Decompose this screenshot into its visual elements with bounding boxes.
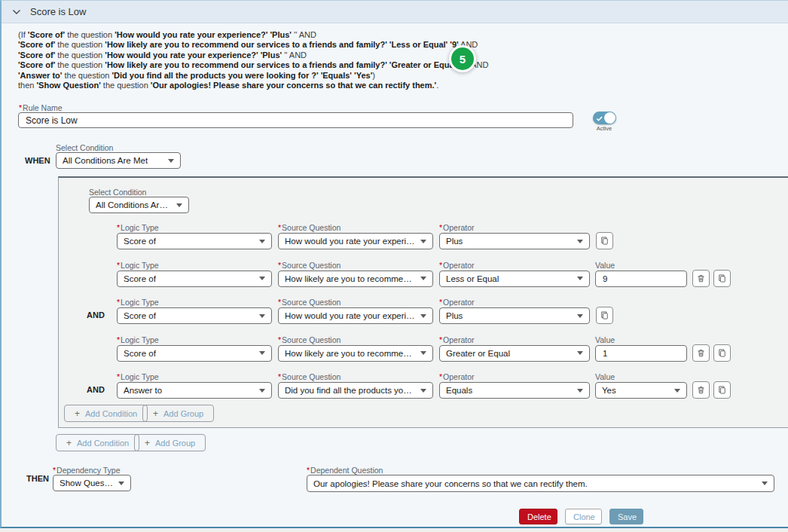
condition-row: *Logic Type Score of *Source Question Ho… (59, 261, 788, 288)
delete-condition-button[interactable] (692, 344, 710, 362)
chevron-down-icon (176, 203, 182, 207)
value-dropdown[interactable]: Yes (595, 382, 687, 399)
chevron-down-icon (762, 482, 768, 485)
operator-dropdown[interactable]: Plus (439, 233, 590, 249)
operator-dropdown[interactable]: Plus (439, 307, 590, 324)
operator-field: *Operator Plus (439, 223, 590, 249)
logic-type-label: *Logic Type (117, 223, 272, 232)
logic-type-dropdown[interactable]: Score of (117, 271, 272, 287)
logic-type-field: *Logic Type Answer to (117, 372, 272, 399)
source-question-dropdown[interactable]: How would you rate your experience? (278, 233, 433, 249)
chevron-down-icon (577, 240, 583, 243)
plus-icon: + (153, 408, 158, 419)
operator-dropdown[interactable]: Less or Equal (439, 271, 590, 287)
group-add-group-button[interactable]: +Add Group (142, 405, 214, 422)
chevron-down-icon (259, 314, 265, 318)
logic-type-dropdown[interactable]: Score of (117, 307, 272, 324)
value-input[interactable] (595, 345, 687, 362)
copy-icon (717, 385, 727, 395)
operator-label: *Operator (439, 335, 590, 344)
plus-icon: + (66, 438, 72, 448)
chevron-down-icon (259, 389, 265, 393)
collapse-chevron-icon[interactable] (11, 8, 23, 17)
source-question-label: *Source Question (278, 298, 433, 307)
add-condition-button[interactable]: +Add Condition (56, 434, 139, 451)
source-question-field: *Source Question Did you find all the pr… (278, 372, 433, 399)
source-question-dropdown[interactable]: Did you find all the products you were l… (278, 382, 433, 399)
logic-type-dropdown[interactable]: Answer to (117, 382, 272, 399)
operator-label: *Operator (439, 261, 590, 270)
select-condition-label: Select Condition (56, 143, 113, 152)
operator-label: *Operator (439, 372, 590, 381)
operator-field: *Operator Greater or Equal (439, 335, 590, 362)
chevron-down-icon (259, 277, 265, 280)
value-input[interactable] (595, 271, 687, 287)
copy-icon (600, 236, 609, 246)
dependent-question-dropdown[interactable]: Our apologies! Please share your concern… (307, 475, 774, 492)
value-label: Value (595, 372, 687, 381)
copy-condition-button[interactable] (713, 381, 731, 399)
chevron-down-icon (674, 389, 680, 393)
active-toggle[interactable]: Active (591, 112, 617, 132)
chevron-down-icon (259, 240, 265, 243)
logic-type-field: *Logic Type Score of (117, 223, 272, 249)
logic-type-dropdown[interactable]: Score of (117, 345, 272, 362)
source-question-label: *Source Question (278, 261, 433, 270)
operator-dropdown[interactable]: Equals (439, 382, 590, 399)
operator-field: *Operator Plus (439, 298, 590, 324)
value-field: Value (595, 335, 687, 362)
then-label: THEN (26, 474, 49, 483)
rule-name-label: *Rule Name (19, 103, 63, 112)
clone-button[interactable]: Clone (565, 509, 602, 524)
source-question-dropdown[interactable]: How likely are you to recommend our se..… (278, 345, 433, 362)
chevron-down-icon (577, 277, 583, 280)
rule-name-input[interactable] (18, 112, 573, 128)
add-group-button[interactable]: +Add Group (134, 434, 206, 451)
copy-condition-button[interactable] (596, 232, 613, 249)
chevron-down-icon (577, 389, 583, 393)
copy-icon (717, 274, 727, 283)
source-question-label: *Source Question (278, 223, 433, 232)
copy-condition-button[interactable] (596, 307, 613, 324)
plus-icon: + (145, 438, 150, 448)
delete-button[interactable]: Delete (519, 509, 557, 524)
operator-label: *Operator (439, 223, 590, 232)
chevron-down-icon (259, 351, 265, 355)
source-question-dropdown[interactable]: How would you rate your experience? (278, 307, 433, 324)
value-field: Value Yes (595, 372, 687, 399)
dependency-type-dropdown[interactable]: Show Question (53, 475, 131, 491)
copy-condition-button[interactable] (713, 344, 731, 362)
chevron-down-icon (420, 240, 426, 243)
logic-type-dropdown[interactable]: Score of (117, 233, 272, 249)
trash-icon (696, 385, 706, 395)
copy-condition-button[interactable] (713, 270, 731, 287)
select-condition-dropdown[interactable]: All Conditions Are Met (56, 152, 181, 169)
condition-row: *Logic Type Score of *Source Question Ho… (59, 223, 788, 250)
group-add-condition-button[interactable]: +Add Condition (64, 405, 148, 422)
copy-icon (717, 348, 727, 358)
chevron-down-icon (420, 389, 426, 393)
chevron-down-icon (577, 314, 583, 318)
condition-group: Select Condition All Conditions Are Met … (58, 176, 788, 428)
rule-panel: Score is Low (If 'Score of' the question… (0, 0, 788, 528)
source-question-field: *Source Question How would you rate your… (278, 298, 433, 324)
dependency-type-label: *Dependency Type (53, 466, 121, 475)
delete-condition-button[interactable] (692, 270, 710, 287)
condition-row: *Logic Type Score of *Source Question Ho… (59, 335, 788, 362)
group-select-condition-dropdown[interactable]: All Conditions Are Met (89, 197, 189, 213)
rule-title: Score is Low (30, 6, 86, 17)
condition-connector: AND (87, 310, 111, 320)
plus-icon: + (75, 408, 80, 419)
delete-condition-button[interactable] (692, 381, 710, 399)
operator-label: *Operator (439, 298, 590, 307)
copy-icon (600, 310, 609, 320)
trash-icon (696, 274, 706, 283)
source-question-field: *Source Question How likely are you to r… (278, 335, 433, 362)
step-badge: 5 (449, 45, 476, 72)
operator-dropdown[interactable]: Greater or Equal (439, 345, 590, 362)
logic-type-label: *Logic Type (117, 261, 272, 270)
save-button[interactable]: Save (609, 509, 643, 524)
condition-connector: AND (87, 385, 111, 394)
source-question-dropdown[interactable]: How likely are you to recommend our se..… (278, 271, 433, 287)
operator-field: *Operator Equals (439, 372, 590, 399)
